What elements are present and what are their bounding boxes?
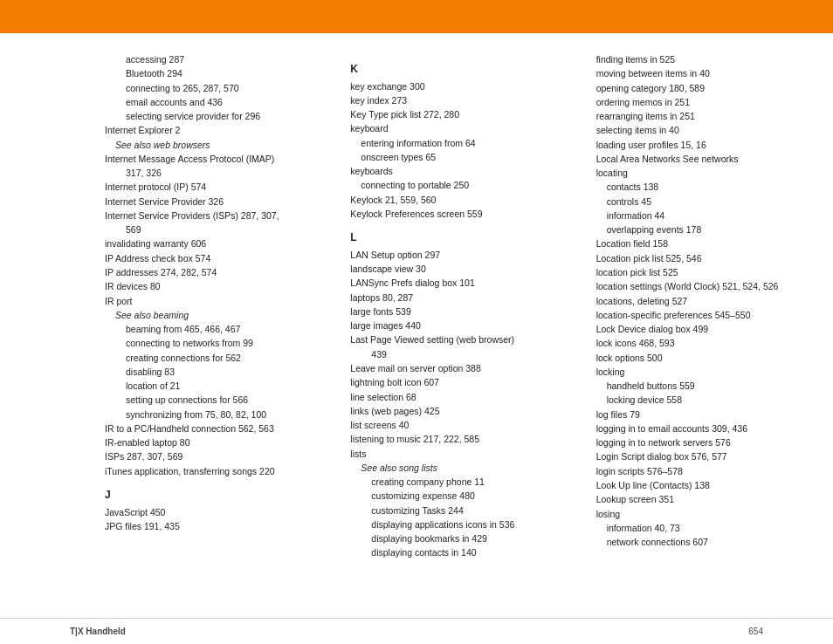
index-entry: rearranging items in 251 bbox=[596, 109, 816, 123]
index-entry: Look Up line (Contacts) 138 bbox=[596, 478, 816, 492]
index-entry: finding items in 525 bbox=[596, 52, 816, 66]
index-entry: K bbox=[350, 61, 569, 78]
index-entry: Location field 158 bbox=[596, 236, 816, 250]
index-entry: ordering memos in 251 bbox=[596, 95, 816, 109]
index-entry: login scripts 576–578 bbox=[596, 464, 816, 478]
index-entry: network connections 607 bbox=[596, 535, 816, 549]
index-entry: Internet Service Providers (ISPs) 287, 3… bbox=[105, 209, 324, 223]
index-entry: JPG files 191, 435 bbox=[105, 519, 324, 533]
index-entry: creating company phone 11 bbox=[350, 475, 569, 489]
index-entry: selecting items in 40 bbox=[596, 123, 816, 137]
index-entry: entering information from 64 bbox=[350, 136, 569, 150]
index-entry: location settings (World Clock) 521, 524… bbox=[596, 279, 816, 293]
index-entry: setting up connections for 566 bbox=[105, 393, 324, 407]
index-entry: line selection 68 bbox=[350, 390, 569, 404]
index-entry: lock options 500 bbox=[596, 351, 816, 365]
index-entry: IR to a PC/Handheld connection 562, 563 bbox=[105, 421, 324, 435]
index-entry: information 40, 73 bbox=[596, 521, 816, 535]
index-entry: moving between items in 40 bbox=[596, 66, 816, 80]
index-entry: loading user profiles 15, 16 bbox=[596, 138, 816, 152]
page-footer: T|X Handheld 654 bbox=[0, 618, 833, 644]
index-entry: displaying contacts in 140 bbox=[350, 545, 569, 559]
index-entry: displaying applications icons in 536 bbox=[350, 517, 569, 531]
index-entry: connecting to 265, 287, 570 bbox=[105, 81, 324, 95]
column-left: (function() { const data = JSON.parse(do… bbox=[0, 52, 333, 609]
index-entry: opening category 180, 589 bbox=[596, 81, 816, 95]
index-entry: large images 440 bbox=[350, 319, 569, 332]
index-entry: Lookup screen 351 bbox=[596, 492, 816, 506]
index-entry: onscreen types 65 bbox=[350, 150, 569, 164]
index-entry: Lock Device dialog box 499 bbox=[596, 322, 816, 336]
index-entry: iTunes application, transferring songs 2… bbox=[105, 464, 324, 478]
index-entry: contacts 138 bbox=[596, 180, 816, 194]
index-entry: beaming from 465, 466, 467 bbox=[105, 322, 324, 336]
index-entry: laptops 80, 287 bbox=[350, 291, 569, 305]
index-entry: locking device 558 bbox=[596, 393, 816, 407]
index-entry: Internet Message Access Protocol (IMAP) bbox=[105, 152, 324, 166]
index-entry: IR-enabled laptop 80 bbox=[105, 435, 324, 449]
index-entry: selecting service provider for 296 bbox=[105, 109, 324, 123]
index-entry: synchronizing from 75, 80, 82, 100 bbox=[105, 408, 324, 421]
index-entry: Leave mail on server option 388 bbox=[350, 361, 569, 375]
index-entry: email accounts and 436 bbox=[105, 95, 324, 109]
index-entry: logging in to email accounts 309, 436 bbox=[596, 421, 816, 435]
index-entry: Key Type pick list 272, 280 bbox=[350, 107, 569, 121]
index-entry: L bbox=[350, 230, 569, 246]
index-entry: connecting to portable 250 bbox=[350, 178, 569, 192]
index-entry: See also beaming bbox=[105, 308, 324, 322]
index-entry: links (web pages) 425 bbox=[350, 404, 569, 418]
index-entry: customizing Tasks 244 bbox=[350, 504, 569, 517]
index-entry: IR devices 80 bbox=[105, 279, 324, 293]
index-entry: IP addresses 274, 282, 574 bbox=[105, 265, 324, 279]
index-entry: large fonts 539 bbox=[350, 305, 569, 319]
index-entry: locations, deleting 527 bbox=[596, 294, 816, 308]
index-entry: creating connections for 562 bbox=[105, 351, 324, 365]
footer-page-number: 654 bbox=[748, 627, 763, 636]
index-entry: displaying bookmarks in 429 bbox=[350, 531, 569, 545]
index-entry: key exchange 300 bbox=[350, 79, 569, 93]
index-entry: location pick list 525 bbox=[596, 265, 816, 279]
index-entry: log files 79 bbox=[596, 408, 816, 421]
index-entry: logging in to network servers 576 bbox=[596, 435, 816, 449]
main-content: (function() { const data = JSON.parse(do… bbox=[0, 52, 833, 609]
column-mid: (function() { const data = JSON.parse(do… bbox=[333, 52, 578, 609]
index-entry: Keylock Preferences screen 559 bbox=[350, 207, 569, 221]
index-entry: accessing 287 bbox=[105, 52, 324, 66]
index-entry: list screens 40 bbox=[350, 418, 569, 432]
index-entry: listening to music 217, 222, 585 bbox=[350, 432, 569, 446]
index-entry: location-specific preferences 545–550 bbox=[596, 308, 816, 322]
index-entry: keyboard bbox=[350, 121, 569, 135]
index-entry: locking bbox=[596, 365, 816, 379]
index-entry: location of 21 bbox=[105, 379, 324, 393]
index-entry: Local Area Networks See networks bbox=[596, 152, 816, 166]
orange-header-bar bbox=[0, 0, 833, 33]
index-entry: Keylock 21, 559, 560 bbox=[350, 193, 569, 207]
index-entry: LAN Setup option 297 bbox=[350, 248, 569, 262]
index-entry: lists bbox=[350, 447, 569, 461]
index-entry: controls 45 bbox=[596, 195, 816, 209]
index-entry: keyboards bbox=[350, 164, 569, 178]
index-entry: JavaScript 450 bbox=[105, 505, 324, 519]
index-entry: 439 bbox=[350, 347, 569, 361]
index-entry: ISPs 287, 307, 569 bbox=[105, 449, 324, 463]
index-entry: 317, 326 bbox=[105, 166, 324, 180]
index-entry: connecting to networks from 99 bbox=[105, 336, 324, 350]
index-entry: overlapping events 178 bbox=[596, 223, 816, 236]
index-entry: Internet Service Provider 326 bbox=[105, 195, 324, 209]
index-entry: IR port bbox=[105, 294, 324, 308]
index-entry: LANSync Prefs dialog box 101 bbox=[350, 276, 569, 290]
index-entry: J bbox=[105, 487, 324, 504]
index-entry: Bluetooth 294 bbox=[105, 66, 324, 80]
index-entry: See also song lists bbox=[350, 461, 569, 475]
index-entry: disabling 83 bbox=[105, 365, 324, 379]
index-entry: Internet Explorer 2 bbox=[105, 123, 324, 137]
index-entry: IP Address check box 574 bbox=[105, 251, 324, 265]
index-entry: lock icons 468, 593 bbox=[596, 336, 816, 350]
footer-title: T|X Handheld bbox=[70, 627, 126, 636]
index-entry: Internet protocol (IP) 574 bbox=[105, 180, 324, 194]
index-entry: 569 bbox=[105, 223, 324, 236]
index-entry: locating bbox=[596, 166, 816, 180]
index-entry: landscape view 30 bbox=[350, 262, 569, 276]
index-entry: information 44 bbox=[596, 209, 816, 223]
index-entry: See also web browsers bbox=[105, 138, 324, 152]
